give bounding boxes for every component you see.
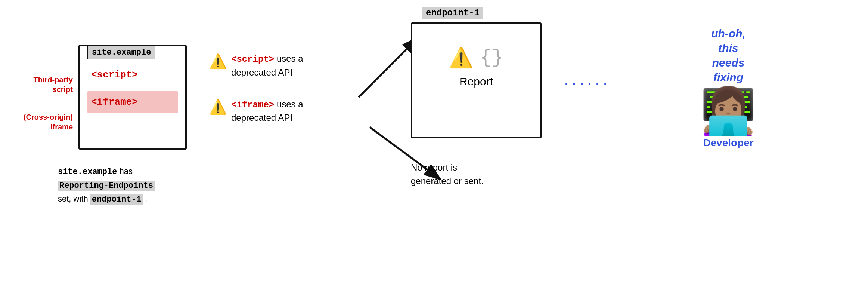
label-cross-origin-iframe: (Cross-origin)iframe — [11, 112, 73, 132]
notice-iframe-text: <iframe> uses adeprecated API — [231, 98, 303, 125]
endpoint-label: endpoint-1 — [422, 7, 483, 19]
endpoint-1-inline: endpoint-1 — [90, 194, 143, 205]
reporting-endpoints-label: Reporting-Endpoints — [58, 181, 155, 191]
site-script-tag: <script> — [87, 67, 178, 83]
diagram: Third-partyscript (Cross-origin)iframe s… — [0, 0, 868, 285]
developer-avatar: 👩🏽‍💻 — [700, 88, 756, 133]
notice-script-text: <script> uses adeprecated API — [231, 52, 303, 79]
connection-dots: ...... — [564, 69, 611, 89]
endpoint-warning-icon: ⚠️ — [449, 46, 473, 69]
bottom-text-has: has — [120, 166, 133, 176]
bottom-description: site.example has Reporting-Endpoints set… — [58, 165, 155, 206]
no-report-text: No report isgenerated or sent. — [411, 161, 484, 188]
endpoint-inner: ⚠️ {} Report — [431, 46, 521, 88]
notice-script: ⚠️ <script> uses adeprecated API — [209, 52, 373, 79]
developer-label: Developer — [703, 137, 753, 149]
site-box: site.example <script> <iframe> — [78, 45, 187, 150]
endpoint-icons: ⚠️ {} — [449, 46, 503, 69]
endpoint-box: ⚠️ {} Report — [411, 22, 542, 138]
endpoint-report-label: Report — [459, 75, 493, 88]
developer-speech: uh-oh,thisneedsfixing — [711, 26, 745, 85]
site-example-underline: site.example — [58, 167, 117, 177]
notice-area: ⚠️ <script> uses adeprecated API ⚠️ <ifr… — [209, 52, 373, 143]
iframe-tag-label: <iframe> — [231, 100, 274, 110]
script-tag-label: <script> — [231, 54, 274, 64]
notice-iframe: ⚠️ <iframe> uses adeprecated API — [209, 98, 373, 125]
endpoint-braces-icon: {} — [480, 47, 503, 69]
warning-icon-script: ⚠️ — [209, 53, 227, 70]
bottom-text-set-with: set, with — [58, 194, 88, 203]
site-box-title: site.example — [87, 46, 155, 59]
developer-area: uh-oh,thisneedsfixing 👩🏽‍💻 Developer — [672, 26, 784, 149]
svg-line-1 — [359, 37, 418, 97]
warning-icon-iframe: ⚠️ — [209, 99, 227, 115]
site-iframe-tag: <iframe> — [87, 91, 178, 113]
label-third-party-script: Third-partyscript — [15, 75, 73, 94]
bottom-text-period: . — [145, 194, 147, 203]
